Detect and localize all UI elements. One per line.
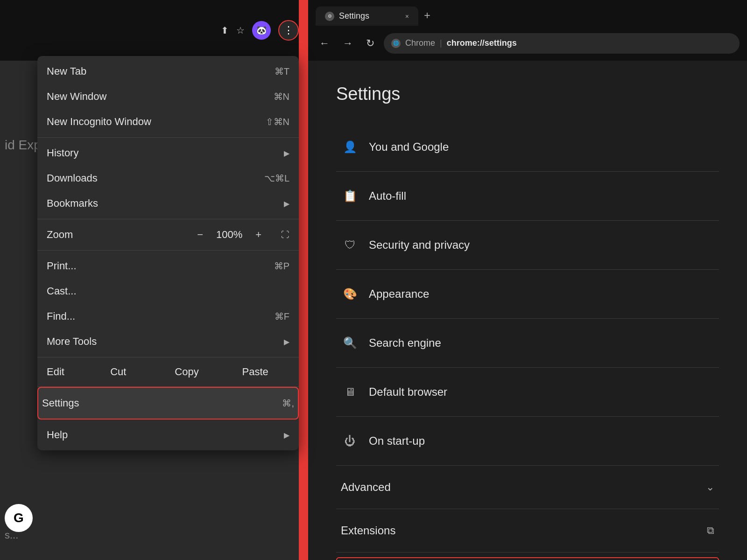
avatar[interactable]: 🐼 bbox=[252, 21, 271, 40]
divider-9 bbox=[336, 552, 719, 553]
fullscreen-icon[interactable]: ⛶ bbox=[281, 230, 289, 240]
settings-tab[interactable]: ⚙ Settings × bbox=[316, 7, 418, 26]
more-tools-arrow: ▶ bbox=[284, 337, 289, 346]
menu-section-tools: Print... ⌘P Cast... Find... ⌘F More Tool… bbox=[37, 251, 299, 357]
settings-title: Settings bbox=[336, 84, 719, 104]
on-startup-icon: ⏻ bbox=[341, 432, 359, 450]
tab-favicon: ⚙ bbox=[325, 12, 334, 21]
right-panel: ⚙ Settings × + ← → ↻ 🌐 Chrome | chrome:/… bbox=[308, 0, 747, 560]
menu-item-settings[interactable]: Settings ⌘, bbox=[37, 387, 299, 420]
menu-item-history[interactable]: History ▶ bbox=[37, 140, 299, 166]
settings-item-search-engine[interactable]: 🔍 Search engine bbox=[336, 323, 719, 363]
settings-item-on-startup[interactable]: ⏻ On start-up bbox=[336, 421, 719, 461]
help-arrow: ▶ bbox=[284, 431, 289, 440]
divider-1 bbox=[336, 171, 719, 172]
divider-2 bbox=[336, 220, 719, 221]
settings-content: Settings 👤 You and Google 📋 Auto-fill 🛡 … bbox=[308, 61, 747, 560]
autofill-icon: 📋 bbox=[341, 187, 359, 205]
you-and-google-icon: 👤 bbox=[341, 138, 359, 156]
cut-button[interactable]: Cut bbox=[84, 362, 153, 382]
browser-toolbar: ⬆ ☆ 🐼 ⋮ bbox=[0, 0, 308, 61]
divider-5 bbox=[336, 367, 719, 368]
menu-section-help: Help ▶ bbox=[37, 420, 299, 450]
red-divider bbox=[299, 0, 308, 560]
divider-8 bbox=[336, 509, 719, 509]
refresh-button[interactable]: ↻ bbox=[362, 35, 378, 52]
history-arrow: ▶ bbox=[284, 149, 289, 158]
tab-title: Settings bbox=[339, 11, 369, 21]
divider-7 bbox=[336, 465, 719, 466]
menu-section-zoom: Zoom − 100% + ⛶ bbox=[37, 219, 299, 251]
menu-item-help[interactable]: Help ▶ bbox=[37, 422, 299, 448]
zoom-controls: − 100% + ⛶ bbox=[192, 227, 289, 243]
settings-item-default-browser[interactable]: 🖥 Default browser bbox=[336, 372, 719, 412]
bookmark-icon[interactable]: ☆ bbox=[236, 25, 245, 36]
zoom-row: Zoom − 100% + ⛶ bbox=[37, 222, 299, 247]
address-separator: | bbox=[440, 38, 442, 48]
divider-6 bbox=[336, 416, 719, 417]
menu-item-new-incognito[interactable]: New Incognito Window ⇧⌘N bbox=[37, 109, 299, 134]
settings-tab-bar: ⚙ Settings × + bbox=[308, 0, 747, 26]
menu-item-print[interactable]: Print... ⌘P bbox=[37, 253, 299, 279]
page-bottom-label: s... bbox=[5, 529, 18, 541]
zoom-value: 100% bbox=[215, 229, 243, 241]
settings-item-advanced[interactable]: Advanced ⌄ bbox=[336, 470, 719, 504]
advanced-chevron-down-icon: ⌄ bbox=[706, 481, 714, 493]
default-browser-icon: 🖥 bbox=[341, 383, 359, 401]
copy-button[interactable]: Copy bbox=[153, 362, 221, 382]
zoom-plus-button[interactable]: + bbox=[251, 227, 266, 243]
settings-item-security[interactable]: 🛡 Security and privacy bbox=[336, 225, 719, 265]
left-panel: ⌄ ⬆ ☆ 🐼 ⋮ id Explora G s... New Tab ⌘T N… bbox=[0, 0, 308, 560]
three-dots-button[interactable]: ⋮ bbox=[278, 20, 299, 41]
share-icon[interactable]: ⬆ bbox=[221, 25, 229, 36]
settings-item-about-chrome[interactable]: About Chrome bbox=[336, 557, 719, 560]
menu-item-cast[interactable]: Cast... bbox=[37, 279, 299, 304]
settings-item-appearance[interactable]: 🎨 Appearance bbox=[336, 274, 719, 314]
settings-browser-chrome: ⚙ Settings × + ← → ↻ 🌐 Chrome | chrome:/… bbox=[308, 0, 747, 61]
security-icon: 🛡 bbox=[341, 236, 359, 254]
bookmarks-arrow: ▶ bbox=[284, 199, 289, 208]
address-bar-row: ← → ↻ 🌐 Chrome | chrome://settings bbox=[308, 26, 747, 61]
menu-section-new: New Tab ⌘T New Window ⌘N New Incognito W… bbox=[37, 56, 299, 138]
menu-item-new-tab[interactable]: New Tab ⌘T bbox=[37, 59, 299, 84]
menu-item-more-tools[interactable]: More Tools ▶ bbox=[37, 329, 299, 354]
menu-item-new-window[interactable]: New Window ⌘N bbox=[37, 84, 299, 109]
zoom-minus-button[interactable]: − bbox=[192, 227, 208, 243]
settings-item-you-and-google[interactable]: 👤 You and Google bbox=[336, 127, 719, 167]
address-domain: Chrome bbox=[405, 38, 435, 48]
tab-close-button[interactable]: × bbox=[405, 13, 409, 20]
paste-button[interactable]: Paste bbox=[221, 362, 289, 382]
menu-item-find[interactable]: Find... ⌘F bbox=[37, 304, 299, 329]
search-engine-icon: 🔍 bbox=[341, 334, 359, 352]
back-button[interactable]: ← bbox=[316, 35, 333, 52]
divider-4 bbox=[336, 318, 719, 319]
chrome-favicon: 🌐 bbox=[391, 39, 401, 48]
context-menu: New Tab ⌘T New Window ⌘N New Incognito W… bbox=[37, 56, 299, 450]
zoom-label: Zoom bbox=[47, 229, 192, 241]
settings-item-extensions[interactable]: Extensions ⧉ bbox=[336, 514, 719, 547]
menu-item-bookmarks[interactable]: Bookmarks ▶ bbox=[37, 191, 299, 216]
new-tab-button[interactable]: + bbox=[418, 5, 436, 26]
address-path: chrome://settings bbox=[447, 38, 517, 48]
divider-3 bbox=[336, 269, 719, 270]
menu-item-downloads[interactable]: Downloads ⌥⌘L bbox=[37, 166, 299, 191]
forward-button[interactable]: → bbox=[339, 35, 357, 52]
logo-circle: G bbox=[5, 504, 33, 532]
settings-item-autofill[interactable]: 📋 Auto-fill bbox=[336, 176, 719, 216]
edit-row: Edit Cut Copy Paste bbox=[37, 357, 299, 387]
external-link-icon: ⧉ bbox=[707, 525, 714, 537]
edit-label: Edit bbox=[47, 366, 84, 378]
address-bar[interactable]: 🌐 Chrome | chrome://settings bbox=[384, 33, 740, 54]
menu-section-nav: History ▶ Downloads ⌥⌘L Bookmarks ▶ bbox=[37, 138, 299, 219]
appearance-icon: 🎨 bbox=[341, 285, 359, 303]
